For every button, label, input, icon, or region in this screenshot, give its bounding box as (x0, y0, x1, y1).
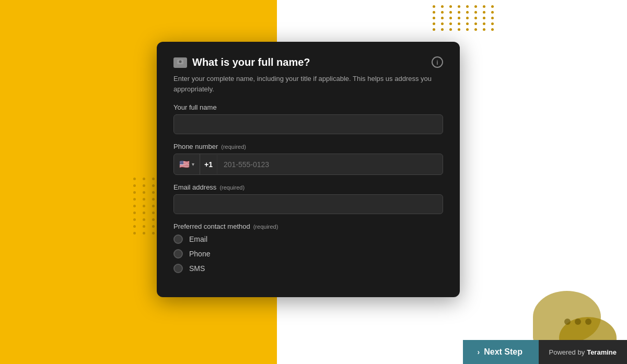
contact-method-radio-group: Email Phone SMS (173, 234, 443, 273)
phone-field-group: Phone number (required) 🇺🇸 ▾ +1 (173, 143, 443, 175)
next-step-arrow-icon: › (478, 348, 480, 356)
radio-circle-email (173, 234, 183, 244)
phone-label: Phone number (required) (173, 143, 443, 150)
bottom-bar: › Next Step Powered by Teramine (463, 340, 628, 364)
radio-circle-sms (173, 264, 183, 273)
next-step-button[interactable]: › Next Step (463, 340, 539, 364)
radio-label-sms: SMS (189, 264, 205, 273)
contact-method-label: Preferred contact method (required) (173, 222, 443, 230)
flag-dropdown-icon: ▾ (192, 161, 194, 167)
form-title-row: What is your full name? (173, 56, 310, 68)
phone-input-row: 🇺🇸 ▾ +1 (173, 154, 443, 175)
person-icon (173, 57, 187, 68)
radio-phone[interactable]: Phone (173, 249, 443, 259)
form-title: What is your full name? (192, 56, 310, 68)
email-required-badge: (required) (219, 184, 245, 191)
dots-left (133, 178, 157, 234)
radio-label-email: Email (189, 235, 207, 243)
email-input[interactable] (173, 194, 443, 214)
form-header: What is your full name? i (173, 56, 443, 68)
full-name-label: Your full name (173, 103, 443, 111)
full-name-field-group: Your full name (173, 103, 443, 134)
phone-required-badge: (required) (221, 144, 246, 150)
radio-sms[interactable]: SMS (173, 264, 443, 273)
svg-point-1 (179, 60, 182, 63)
next-step-label: Next Step (484, 347, 522, 357)
dots-top-right (433, 5, 496, 31)
contact-method-required-badge: (required) (253, 224, 278, 230)
phone-number-input[interactable] (217, 155, 443, 174)
flag-emoji: 🇺🇸 (179, 159, 190, 169)
brand-name: Teramine (587, 348, 617, 356)
form-card: What is your full name? i Enter your com… (157, 42, 460, 297)
full-name-input[interactable] (173, 114, 443, 134)
phone-country-code: +1 (200, 155, 217, 174)
radio-label-phone: Phone (189, 250, 210, 258)
powered-by-bar: Powered by Teramine (539, 340, 628, 364)
contact-method-field-group: Preferred contact method (required) Emai… (173, 222, 443, 273)
chat-bubble-large-dots (564, 319, 591, 325)
info-icon[interactable]: i (432, 56, 443, 68)
phone-flag-selector[interactable]: 🇺🇸 ▾ (174, 154, 200, 174)
radio-circle-phone (173, 249, 183, 259)
email-label: Email address (required) (173, 183, 443, 191)
form-subtitle: Enter your complete name, including your… (173, 74, 443, 94)
powered-by-text: Powered by (549, 348, 585, 356)
radio-email[interactable]: Email (173, 234, 443, 244)
email-field-group: Email address (required) (173, 183, 443, 214)
